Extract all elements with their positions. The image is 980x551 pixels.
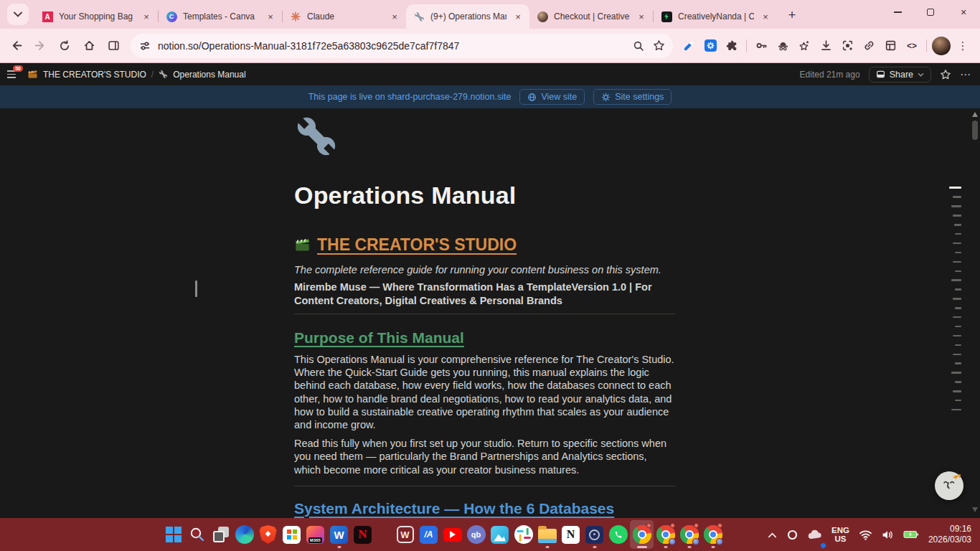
outline-dash[interactable] [955,326,961,328]
whatsapp-icon[interactable] [606,520,630,549]
ring-tray-icon[interactable] [784,520,801,549]
tab-shopping-bag[interactable]: A Your Shopping Bag × [34,4,158,29]
outline-rail[interactable] [947,187,961,418]
reload-button[interactable] [53,34,76,57]
outline-dash[interactable] [951,409,961,411]
zoom-icon[interactable] [628,36,649,56]
detective-icon[interactable] [773,35,793,57]
back-button[interactable] [4,34,27,57]
outline-dash[interactable] [951,372,961,374]
scroll-down-arrow-icon[interactable] [972,507,978,512]
byline-text[interactable]: Mirembe Muse — Where Transformation Has … [294,281,653,307]
wattpad-icon[interactable]: W [393,520,417,549]
outline-dash[interactable] [951,205,961,207]
purpose-paragraph-1[interactable]: This Operations Manual is your comprehen… [294,353,675,431]
view-site-button[interactable]: View site [519,89,585,105]
side-panel-icon[interactable] [102,34,125,57]
page-title[interactable]: Operations Manual [294,182,675,209]
page-menu-ellipsis-icon[interactable]: ⋯ [960,68,971,81]
outline-dash[interactable] [953,298,961,300]
outline-dash[interactable] [953,261,961,263]
close-tab-icon[interactable]: × [636,11,647,22]
bookmark-star-icon[interactable] [649,36,669,56]
close-tab-icon[interactable]: × [389,11,400,22]
tab-creativelynanda[interactable]: CreativelyNanda | Cre × [654,4,777,29]
outline-dash[interactable] [955,307,961,309]
wifi-icon[interactable] [857,520,875,549]
favorite-star-icon[interactable] [940,69,951,80]
browser-menu-kebab-icon[interactable]: ⋮ [953,35,973,57]
chrome-profile-3-icon[interactable] [677,520,701,549]
tab-claude[interactable]: Claude × [283,4,406,29]
file-explorer-icon[interactable] [535,520,559,549]
outline-dash[interactable] [949,187,961,189]
chrome-profile-4-icon[interactable] [701,520,725,549]
quickbooks-icon[interactable]: qb [464,520,488,549]
outline-dash[interactable] [955,400,961,402]
profile-avatar[interactable] [931,35,951,57]
battery-icon[interactable] [901,520,921,549]
taskbar-search-icon[interactable] [185,520,209,549]
maximize-button[interactable] [914,0,947,24]
new-tab-button[interactable]: + [783,6,801,24]
link-icon[interactable] [859,35,879,57]
outline-dash[interactable] [955,362,961,364]
outline-dash[interactable] [951,279,961,281]
purpose-heading-link[interactable]: Purpose of This Manual [294,329,464,347]
onedrive-cloud-icon[interactable] [806,520,824,549]
close-window-button[interactable]: × [947,0,980,24]
home-button[interactable] [77,34,100,57]
site-settings-button[interactable]: Site settings [593,89,672,105]
clock[interactable]: 09:162026/03/03 [926,520,974,549]
chrome-active-icon[interactable] [630,520,654,549]
outline-dash[interactable] [953,215,961,217]
url-text[interactable]: notion.so/Operations-Manual-3181f72e5a63… [158,40,628,52]
microsoft-store-icon[interactable] [280,520,303,549]
pen-extension-icon[interactable] [679,35,699,57]
lens-icon[interactable] [837,35,857,57]
scrollbar-thumb[interactable] [972,121,978,140]
outline-dash[interactable] [953,335,961,337]
architecture-heading-link[interactable]: System Architecture — How the 6 Database… [294,500,675,518]
media-player-icon[interactable] [583,520,606,549]
tray-expand-chevron-icon[interactable] [765,520,779,549]
outline-dash[interactable] [953,354,961,356]
close-tab-icon[interactable]: × [141,11,152,22]
tab-search-button[interactable] [7,4,29,25]
outline-dash[interactable] [953,242,961,245]
tagline-text[interactable]: The complete reference guide for running… [294,264,675,276]
extensions-puzzle-icon[interactable] [722,35,742,57]
outline-dash[interactable] [955,252,961,254]
chrome-profile-2-icon[interactable] [654,520,677,549]
outline-dash[interactable] [953,390,961,392]
youtube-icon[interactable] [440,520,464,549]
word-icon[interactable]: W [327,520,351,549]
edge-icon[interactable] [232,520,256,549]
studio-heading-link[interactable]: THE CREATOR'S STUDIO [317,235,517,255]
close-tab-icon[interactable]: × [512,11,524,22]
photos-icon[interactable] [488,520,512,549]
task-view-icon[interactable] [209,520,232,549]
breadcrumb-workspace[interactable]: THE CREATOR'S STUDIO [43,70,146,80]
outline-dash[interactable] [953,196,961,198]
reviews-star-icon[interactable] [794,35,814,57]
volume-icon[interactable] [880,520,896,549]
outline-dash[interactable] [955,288,961,291]
close-tab-icon[interactable]: × [760,11,771,22]
purpose-paragraph-2[interactable]: Read this fully when you first set up yo… [294,437,675,476]
key-icon[interactable] [751,35,771,57]
scroll-up-arrow-icon[interactable] [972,112,978,117]
download-icon[interactable] [816,35,836,57]
outline-dash[interactable] [955,233,961,235]
outline-dash[interactable] [955,381,961,383]
tab-checkout[interactable]: Checkout | Creatively × [529,4,653,29]
outline-dash[interactable] [953,316,961,319]
tab-operations-manual-active[interactable]: (9+) Operations Man × [406,4,529,29]
forward-button[interactable] [29,34,52,57]
page-icon-wrench[interactable] [294,114,675,161]
slack-icon[interactable] [512,520,535,549]
outline-dash[interactable] [955,270,961,273]
brave-icon[interactable] [256,520,280,549]
breadcrumb-page[interactable]: Operations Manual [173,70,245,80]
outline-dash[interactable] [954,224,961,226]
